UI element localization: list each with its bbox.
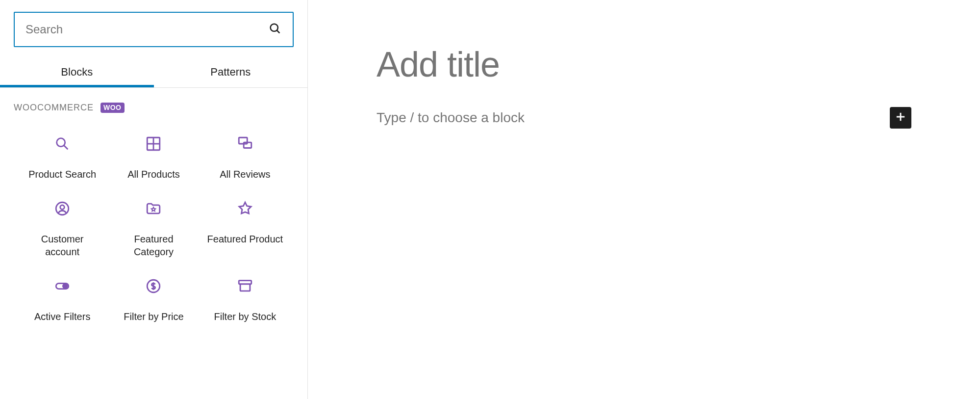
user-circle-icon — [54, 200, 71, 219]
search-wrap — [0, 0, 307, 47]
editor-canvas: Add title Type / to choose a block — [308, 0, 980, 399]
block-label: All Products — [127, 168, 180, 181]
category-title: WOOCOMMERCE — [14, 103, 94, 113]
blocks-grid: Product Search All Products — [14, 113, 294, 333]
search-box[interactable] — [14, 12, 294, 47]
block-product-search[interactable]: Product Search — [17, 135, 108, 181]
dollar-circle-icon — [145, 278, 162, 296]
svg-point-2 — [57, 138, 65, 147]
plus-icon — [894, 110, 907, 126]
category-header: WOOCOMMERCE WOO — [14, 103, 294, 113]
star-icon — [237, 200, 253, 219]
block-inserter-sidebar: Blocks Patterns WOOCOMMERCE WOO Product … — [0, 0, 308, 399]
grid-icon — [145, 135, 162, 154]
block-label: Active Filters — [34, 310, 90, 323]
svg-point-12 — [63, 284, 68, 289]
chat-icon — [237, 135, 253, 154]
svg-line-3 — [64, 146, 68, 150]
add-block-button[interactable] — [890, 107, 911, 129]
block-label: Product Search — [28, 168, 96, 181]
folder-star-icon — [145, 200, 162, 219]
block-placeholder-text[interactable]: Type / to choose a block — [377, 110, 890, 126]
block-label: Featured Category — [114, 233, 193, 258]
svg-rect-14 — [239, 281, 251, 284]
block-label: Filter by Price — [124, 310, 183, 323]
post-title-placeholder[interactable]: Add title — [377, 44, 911, 84]
search-icon — [54, 135, 71, 154]
block-filter-by-stock[interactable]: Filter by Stock — [200, 278, 291, 323]
block-label: Featured Product — [207, 233, 283, 245]
woo-badge-icon: WOO — [101, 103, 125, 113]
block-filter-by-price[interactable]: Filter by Price — [108, 278, 199, 323]
svg-line-1 — [277, 30, 280, 33]
block-label: Filter by Stock — [214, 310, 276, 323]
default-block-row: Type / to choose a block — [377, 107, 911, 129]
search-icon — [268, 22, 282, 37]
block-label: All Reviews — [220, 168, 270, 181]
tab-patterns[interactable]: Patterns — [154, 57, 308, 87]
inserter-tabs: Blocks Patterns — [0, 57, 307, 88]
block-all-products[interactable]: All Products — [108, 135, 199, 181]
block-all-reviews[interactable]: All Reviews — [200, 135, 291, 181]
block-featured-product[interactable]: Featured Product — [200, 200, 291, 258]
search-input[interactable] — [25, 23, 268, 36]
block-customer-account[interactable]: Customer account — [17, 200, 108, 258]
svg-point-10 — [60, 205, 65, 210]
block-featured-category[interactable]: Featured Category — [108, 200, 199, 258]
tab-blocks[interactable]: Blocks — [0, 57, 154, 87]
block-active-filters[interactable]: Active Filters — [17, 278, 108, 323]
archive-icon — [237, 278, 253, 296]
app-root: Blocks Patterns WOOCOMMERCE WOO Product … — [0, 0, 980, 399]
block-category: WOOCOMMERCE WOO Product Search — [0, 88, 307, 333]
toggle-icon — [54, 278, 71, 296]
block-label: Customer account — [23, 233, 101, 258]
svg-point-0 — [271, 24, 278, 31]
